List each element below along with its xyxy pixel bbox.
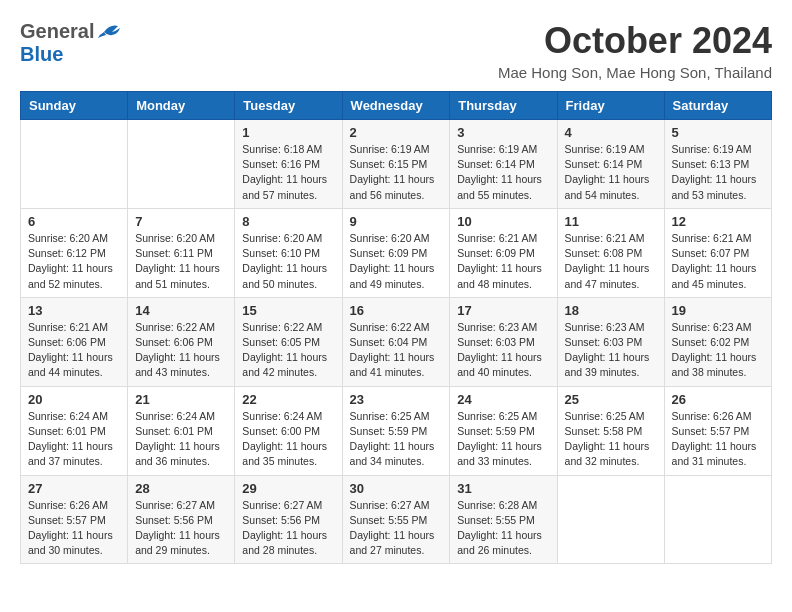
header-thursday: Thursday (450, 92, 557, 120)
day-number: 10 (457, 214, 549, 229)
page-header: General Blue October 2024 Mae Hong Son, … (20, 20, 772, 81)
calendar-week-1: 1Sunrise: 6:18 AMSunset: 6:16 PMDaylight… (21, 120, 772, 209)
calendar-cell: 2Sunrise: 6:19 AMSunset: 6:15 PMDaylight… (342, 120, 450, 209)
day-number: 31 (457, 481, 549, 496)
calendar-cell: 7Sunrise: 6:20 AMSunset: 6:11 PMDaylight… (128, 208, 235, 297)
header-tuesday: Tuesday (235, 92, 342, 120)
day-number: 23 (350, 392, 443, 407)
calendar-cell: 13Sunrise: 6:21 AMSunset: 6:06 PMDayligh… (21, 297, 128, 386)
day-number: 4 (565, 125, 657, 140)
day-number: 30 (350, 481, 443, 496)
day-info: Sunrise: 6:27 AMSunset: 5:56 PMDaylight:… (135, 498, 227, 559)
day-info: Sunrise: 6:27 AMSunset: 5:56 PMDaylight:… (242, 498, 334, 559)
day-info: Sunrise: 6:23 AMSunset: 6:03 PMDaylight:… (565, 320, 657, 381)
calendar-cell: 24Sunrise: 6:25 AMSunset: 5:59 PMDayligh… (450, 386, 557, 475)
day-info: Sunrise: 6:20 AMSunset: 6:09 PMDaylight:… (350, 231, 443, 292)
calendar-cell: 16Sunrise: 6:22 AMSunset: 6:04 PMDayligh… (342, 297, 450, 386)
calendar-cell: 27Sunrise: 6:26 AMSunset: 5:57 PMDayligh… (21, 475, 128, 564)
header-saturday: Saturday (664, 92, 771, 120)
calendar-cell: 29Sunrise: 6:27 AMSunset: 5:56 PMDayligh… (235, 475, 342, 564)
calendar-cell: 26Sunrise: 6:26 AMSunset: 5:57 PMDayligh… (664, 386, 771, 475)
calendar-cell (128, 120, 235, 209)
calendar-cell: 31Sunrise: 6:28 AMSunset: 5:55 PMDayligh… (450, 475, 557, 564)
day-number: 6 (28, 214, 120, 229)
day-info: Sunrise: 6:25 AMSunset: 5:59 PMDaylight:… (457, 409, 549, 470)
calendar-cell: 11Sunrise: 6:21 AMSunset: 6:08 PMDayligh… (557, 208, 664, 297)
bird-icon (96, 22, 122, 42)
day-info: Sunrise: 6:21 AMSunset: 6:09 PMDaylight:… (457, 231, 549, 292)
calendar-cell: 30Sunrise: 6:27 AMSunset: 5:55 PMDayligh… (342, 475, 450, 564)
calendar-cell: 8Sunrise: 6:20 AMSunset: 6:10 PMDaylight… (235, 208, 342, 297)
day-number: 9 (350, 214, 443, 229)
day-number: 25 (565, 392, 657, 407)
day-number: 29 (242, 481, 334, 496)
day-info: Sunrise: 6:26 AMSunset: 5:57 PMDaylight:… (672, 409, 764, 470)
day-info: Sunrise: 6:26 AMSunset: 5:57 PMDaylight:… (28, 498, 120, 559)
header-sunday: Sunday (21, 92, 128, 120)
day-info: Sunrise: 6:20 AMSunset: 6:12 PMDaylight:… (28, 231, 120, 292)
day-number: 19 (672, 303, 764, 318)
day-number: 17 (457, 303, 549, 318)
calendar-week-3: 13Sunrise: 6:21 AMSunset: 6:06 PMDayligh… (21, 297, 772, 386)
day-number: 11 (565, 214, 657, 229)
calendar-week-5: 27Sunrise: 6:26 AMSunset: 5:57 PMDayligh… (21, 475, 772, 564)
day-number: 15 (242, 303, 334, 318)
day-info: Sunrise: 6:23 AMSunset: 6:02 PMDaylight:… (672, 320, 764, 381)
day-number: 3 (457, 125, 549, 140)
day-info: Sunrise: 6:19 AMSunset: 6:15 PMDaylight:… (350, 142, 443, 203)
calendar-week-2: 6Sunrise: 6:20 AMSunset: 6:12 PMDaylight… (21, 208, 772, 297)
header-monday: Monday (128, 92, 235, 120)
calendar-cell: 17Sunrise: 6:23 AMSunset: 6:03 PMDayligh… (450, 297, 557, 386)
day-number: 14 (135, 303, 227, 318)
calendar-cell: 14Sunrise: 6:22 AMSunset: 6:06 PMDayligh… (128, 297, 235, 386)
header-friday: Friday (557, 92, 664, 120)
month-title: October 2024 (498, 20, 772, 62)
day-number: 22 (242, 392, 334, 407)
day-info: Sunrise: 6:19 AMSunset: 6:14 PMDaylight:… (565, 142, 657, 203)
logo: General Blue (20, 20, 124, 66)
day-number: 21 (135, 392, 227, 407)
day-info: Sunrise: 6:25 AMSunset: 5:59 PMDaylight:… (350, 409, 443, 470)
calendar-cell: 3Sunrise: 6:19 AMSunset: 6:14 PMDaylight… (450, 120, 557, 209)
day-number: 1 (242, 125, 334, 140)
day-info: Sunrise: 6:22 AMSunset: 6:04 PMDaylight:… (350, 320, 443, 381)
calendar-cell: 25Sunrise: 6:25 AMSunset: 5:58 PMDayligh… (557, 386, 664, 475)
day-number: 12 (672, 214, 764, 229)
day-info: Sunrise: 6:28 AMSunset: 5:55 PMDaylight:… (457, 498, 549, 559)
day-info: Sunrise: 6:23 AMSunset: 6:03 PMDaylight:… (457, 320, 549, 381)
day-info: Sunrise: 6:19 AMSunset: 6:13 PMDaylight:… (672, 142, 764, 203)
header-wednesday: Wednesday (342, 92, 450, 120)
general-text: General (20, 20, 94, 43)
day-info: Sunrise: 6:22 AMSunset: 6:06 PMDaylight:… (135, 320, 227, 381)
calendar-cell: 23Sunrise: 6:25 AMSunset: 5:59 PMDayligh… (342, 386, 450, 475)
day-number: 2 (350, 125, 443, 140)
day-info: Sunrise: 6:21 AMSunset: 6:07 PMDaylight:… (672, 231, 764, 292)
day-info: Sunrise: 6:19 AMSunset: 6:14 PMDaylight:… (457, 142, 549, 203)
day-number: 27 (28, 481, 120, 496)
calendar-cell: 10Sunrise: 6:21 AMSunset: 6:09 PMDayligh… (450, 208, 557, 297)
calendar-cell: 28Sunrise: 6:27 AMSunset: 5:56 PMDayligh… (128, 475, 235, 564)
day-number: 18 (565, 303, 657, 318)
calendar-cell (557, 475, 664, 564)
title-section: October 2024 Mae Hong Son, Mae Hong Son,… (498, 20, 772, 81)
day-info: Sunrise: 6:21 AMSunset: 6:06 PMDaylight:… (28, 320, 120, 381)
day-info: Sunrise: 6:18 AMSunset: 6:16 PMDaylight:… (242, 142, 334, 203)
day-info: Sunrise: 6:22 AMSunset: 6:05 PMDaylight:… (242, 320, 334, 381)
day-number: 5 (672, 125, 764, 140)
day-info: Sunrise: 6:20 AMSunset: 6:10 PMDaylight:… (242, 231, 334, 292)
calendar-cell: 4Sunrise: 6:19 AMSunset: 6:14 PMDaylight… (557, 120, 664, 209)
day-info: Sunrise: 6:24 AMSunset: 6:00 PMDaylight:… (242, 409, 334, 470)
day-info: Sunrise: 6:27 AMSunset: 5:55 PMDaylight:… (350, 498, 443, 559)
calendar-header-row: Sunday Monday Tuesday Wednesday Thursday… (21, 92, 772, 120)
calendar-cell: 18Sunrise: 6:23 AMSunset: 6:03 PMDayligh… (557, 297, 664, 386)
day-number: 16 (350, 303, 443, 318)
calendar-table: Sunday Monday Tuesday Wednesday Thursday… (20, 91, 772, 564)
day-info: Sunrise: 6:25 AMSunset: 5:58 PMDaylight:… (565, 409, 657, 470)
day-info: Sunrise: 6:24 AMSunset: 6:01 PMDaylight:… (135, 409, 227, 470)
day-info: Sunrise: 6:20 AMSunset: 6:11 PMDaylight:… (135, 231, 227, 292)
calendar-cell: 15Sunrise: 6:22 AMSunset: 6:05 PMDayligh… (235, 297, 342, 386)
calendar-cell: 12Sunrise: 6:21 AMSunset: 6:07 PMDayligh… (664, 208, 771, 297)
day-number: 26 (672, 392, 764, 407)
location-title: Mae Hong Son, Mae Hong Son, Thailand (498, 64, 772, 81)
calendar-cell (664, 475, 771, 564)
